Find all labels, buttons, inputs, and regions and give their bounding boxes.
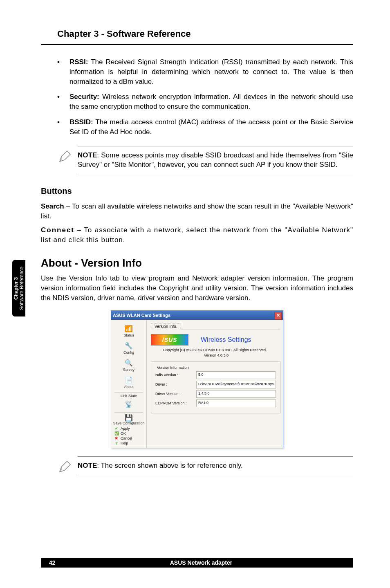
help-button[interactable]: ?Help [111,441,146,445]
note-text-1: NOTE: Some access points may disable SSI… [78,146,353,175]
heading-rule [41,44,353,45]
about-heading: About - Version Info [41,257,353,269]
term-security: Security: [69,93,99,101]
ndis-label: Ndis Version : [155,373,196,377]
bullet-rssi: RSSI: The Received Signal Strength Indic… [57,57,353,86]
driver-version-value: 1.4.5.0 [196,390,276,398]
driver-label: Driver : [155,382,196,386]
group-legend: Version Information [155,366,191,370]
sidebar-item-about[interactable]: 📄About [112,375,145,390]
search-text: – To scan all available wireless network… [41,202,353,220]
side-tab: Chapter 3 Software Reference [12,260,25,316]
apply-label: Apply [121,426,130,431]
brand-text: Wireless Settings [201,336,251,343]
note2-body: : The screen shown above is for referenc… [97,462,243,469]
sidebar-label-status: Status [123,333,134,337]
x-icon: ✖ [114,436,119,440]
bullet-security: Security: Wireless network encryption in… [57,92,353,112]
note2-label: NOTE [78,462,97,469]
ok-icon: ✅ [114,431,119,435]
bullet-list: RSSI: The Received Signal Strength Indic… [41,57,353,137]
close-icon[interactable]: ✕ [274,312,282,319]
tab-version-info[interactable]: Version Info. [151,323,181,330]
save-icon: 💾 [123,415,134,421]
help-label: Help [121,441,128,445]
search-paragraph: Search – To scan all available wireless … [41,202,353,221]
copyright-text: Copyright (C) ASUSTeK COMPUTER INC. All … [163,348,280,352]
eeprom-value: RA1.0 [196,399,276,407]
side-tab-chapter: Chapter 3 [13,277,19,299]
eeprom-label: EEPROM Version : [155,401,196,405]
status-icon: 📶 [123,324,134,333]
about-text: Use the Version Info tab to view program… [41,274,353,303]
settings-dialog: ASUS WLAN Card Settings ✕ 📶Status 🔧Confi… [111,310,283,448]
sidebar-separator [114,392,143,393]
sidebar-item-config[interactable]: 🔧Config [112,341,145,355]
sidebar-label-config: Config [123,350,134,355]
text-bssid: The media access control (MAC) address o… [69,118,353,136]
sidebar-linkstate-label: Link State [121,394,137,398]
page-footer: 42 ASUS Network adapter [41,558,353,568]
sidebar-item-saveconfig[interactable]: 💾Save Configuration [112,414,145,426]
note-block-1: NOTE: Some access points may disable SSI… [57,146,353,175]
connect-paragraph: Connect – To associate with a network, s… [41,225,353,245]
note-block-2: NOTE: The screen shown above is for refe… [57,456,353,476]
note-text-2: NOTE: The screen shown above is for refe… [78,456,353,475]
config-icon: 🔧 [123,341,134,350]
driver-version-label: Driver Version : [155,392,196,396]
sidebar-label-survey: Survey [123,368,134,372]
side-tab-title: Software Reference [19,267,25,310]
term-rssi: RSSI: [69,58,88,66]
sidebar-label-about: About [124,385,134,389]
note1-body: : Some access points may disable SSID br… [78,151,353,169]
dialog-titlebar[interactable]: ASUS WLAN Card Settings ✕ [111,311,283,320]
sidebar-item-status[interactable]: 📶Status [112,323,145,338]
sidebar-label-saveconfig: Save Configuration [113,421,145,425]
connect-label: Connect [41,226,74,234]
pencil-icon-2 [57,456,78,476]
text-security: Wireless network encryption information.… [69,93,353,110]
cancel-label: Cancel [121,436,132,440]
page-number: 42 [41,559,74,566]
ok-button[interactable]: ✅OK [111,431,146,435]
asus-logo: /SUS [151,334,188,346]
text-rssi: The Received Signal Strength Indication … [69,58,353,85]
chapter-heading: Chapter 3 - Software Reference [57,29,353,39]
version-info-group: Version Information Ndis Version : 5.0 D… [151,361,280,413]
term-bssid: BSSID: [69,118,93,126]
note1-label: NOTE [78,151,97,159]
cancel-button[interactable]: ✖Cancel [111,436,146,440]
sidebar-item-linkstate[interactable]: 📡 [112,399,145,410]
buttons-heading: Buttons [41,186,353,196]
linkstate-icon: 📡 [123,400,134,409]
footer-text: ASUS Network adapter [74,559,353,566]
check-icon: ✔ [114,426,119,431]
survey-icon: 🔍 [123,359,134,368]
dialog-sidebar: 📶Status 🔧Config 🔍Survey 📄About Link Stat… [111,320,147,448]
search-label: Search [41,202,64,210]
dialog-title: ASUS WLAN Card Settings [113,313,170,318]
sidebar-item-survey[interactable]: 🔍Survey [112,358,145,373]
pencil-icon [57,146,78,166]
ok-label: OK [121,431,126,435]
apply-button[interactable]: ✔Apply [111,426,146,431]
ndis-value: 5.0 [196,371,276,379]
bullet-bssid: BSSID: The media access control (MAC) ad… [57,117,353,137]
about-icon: 📄 [123,376,134,385]
connect-text: – To associate with a network, select th… [41,226,353,244]
help-icon: ? [114,441,119,445]
driver-value: C:\WINDOWS\system32\DRIVERS\rt2870.sys [196,381,276,388]
dialog-content: Version Info. /SUS Wireless Settings Cop… [147,320,285,448]
version-text: Version 4.0.3.0 [204,353,280,357]
sidebar-separator-2 [114,412,143,413]
